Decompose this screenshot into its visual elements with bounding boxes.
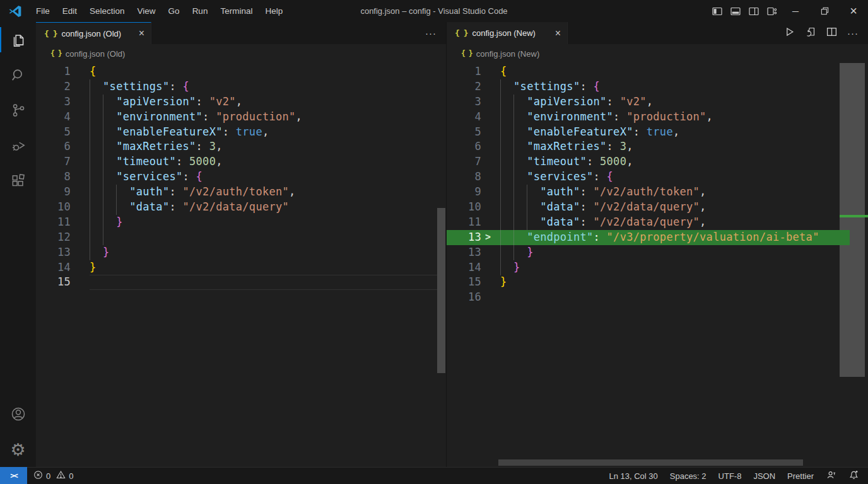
code-line[interactable]: 12 [36, 230, 446, 245]
code-line[interactable]: 11 } [36, 215, 446, 230]
more-actions-icon[interactable]: ··· [847, 28, 859, 38]
breadcrumb-item[interactable]: config.json (Old) [66, 49, 126, 59]
editor-group-right: { } config.json (New) × ··· [446, 22, 868, 467]
warnings-count: 0 [69, 471, 73, 481]
indentation-status[interactable]: Spaces: 2 [670, 471, 707, 481]
breadcrumb-item[interactable]: config.json (New) [476, 49, 539, 59]
code-line[interactable]: 3 "apiVersion": "v2", [36, 95, 446, 110]
notifications-bell-icon[interactable] [848, 470, 859, 482]
accounts-icon[interactable] [0, 396, 36, 432]
tab-config-json-old[interactable]: { } config.json (Old) × [36, 22, 151, 44]
line-number: 10 [447, 200, 481, 215]
status-bar-right: Ln 13, Col 30 Spaces: 2 UTF-8 JSON Prett… [609, 470, 868, 482]
code-line[interactable]: 13 } [36, 245, 446, 260]
code-line[interactable]: 9 "auth": "/v2/auth/token", [447, 185, 868, 200]
vertical-scrollbar[interactable] [840, 63, 865, 377]
code-lines-right: 1{2 "settings": {3 "apiVersion": "v2",4 … [447, 64, 868, 305]
horizontal-scrollbar[interactable] [498, 459, 803, 466]
formatter-status[interactable]: Prettier [787, 471, 814, 481]
code-line[interactable]: 5 "enableFeatureX": true, [447, 125, 868, 140]
code-line[interactable]: 6 "maxRetries": 3, [36, 139, 446, 154]
code-text: "timeout": 5000, [500, 154, 633, 170]
close-tab-icon[interactable]: × [134, 28, 144, 39]
code-line[interactable]: 7 "timeout": 5000, [36, 154, 446, 170]
toggle-primary-sidebar-icon[interactable] [708, 0, 726, 22]
code-line[interactable]: 7 "timeout": 5000, [447, 154, 868, 170]
code-text: "settings": { [90, 79, 189, 95]
menu-bar: File Edit Selection View Go Run Terminal… [30, 0, 289, 22]
remote-indicator[interactable]: >< [0, 467, 27, 484]
code-line[interactable]: 3 "apiVersion": "v2", [447, 95, 868, 110]
editor-left[interactable]: 1{2 "settings": {3 "apiVersion": "v2",4 … [36, 63, 446, 467]
code-text: "timeout": 5000, [90, 154, 223, 170]
settings-gear-icon[interactable]: ⚙ [0, 432, 36, 467]
feedback-icon[interactable] [826, 470, 836, 482]
breadcrumb-left[interactable]: { } config.json (Old) [36, 44, 446, 63]
code-line[interactable]: 2 "settings": { [447, 79, 868, 95]
menu-help[interactable]: Help [259, 0, 289, 22]
split-editor-icon[interactable] [826, 26, 837, 40]
restore-icon[interactable] [810, 0, 839, 22]
menu-selection[interactable]: Selection [83, 0, 131, 22]
code-line[interactable]: 10 "data": "/v2/data/query" [36, 200, 446, 215]
menu-go[interactable]: Go [162, 0, 186, 22]
code-line[interactable]: 15} [447, 275, 868, 290]
code-line[interactable]: 2 "settings": { [36, 79, 446, 95]
code-line[interactable]: 1{ [447, 64, 868, 79]
minimize-icon[interactable]: ─ [781, 0, 810, 22]
code-line[interactable]: 10 "data": "/v2/data/query", [447, 200, 868, 215]
breadcrumb-right[interactable]: { } config.json (New) [447, 44, 868, 63]
code-line[interactable]: 14} [36, 260, 446, 275]
menu-view[interactable]: View [131, 0, 162, 22]
code-line[interactable]: 11 "data": "/v2/data/query", [447, 215, 868, 230]
tab-config-json-new[interactable]: { } config.json (New) × [447, 22, 568, 44]
code-text: "services": { [500, 170, 613, 185]
code-line[interactable]: 8 "services": { [36, 170, 446, 185]
title-bar: File Edit Selection View Go Run Terminal… [0, 0, 868, 22]
code-line[interactable]: 8 "services": { [447, 170, 868, 185]
more-actions-icon[interactable]: ··· [425, 28, 437, 38]
code-line[interactable]: 4 "environment": "production", [36, 110, 446, 125]
code-text: "environment": "production", [90, 110, 302, 125]
cursor-position[interactable]: Ln 13, Col 30 [609, 471, 657, 481]
json-file-icon: { } [44, 29, 57, 38]
code-text: "apiVersion": "v2", [500, 95, 653, 110]
code-line[interactable]: 14 } [447, 260, 868, 275]
code-line[interactable]: 15 [36, 275, 446, 290]
activity-explorer[interactable] [0, 22, 36, 57]
menu-terminal[interactable]: Terminal [214, 0, 259, 22]
activity-run-and-debug[interactable] [0, 128, 36, 163]
line-number: 13 [36, 245, 71, 260]
activity-search[interactable] [0, 57, 36, 93]
diff-added-line[interactable]: 13> "endpoint": "/v3/property/valuation/… [447, 230, 850, 245]
menu-edit[interactable]: Edit [56, 0, 83, 22]
editor-right[interactable]: 1{2 "settings": {3 "apiVersion": "v2",4 … [447, 63, 868, 467]
code-line[interactable]: 5 "enableFeatureX": true, [36, 125, 446, 140]
indent-guide [90, 79, 90, 260]
encoding-status[interactable]: UTF-8 [718, 471, 742, 481]
vertical-scrollbar[interactable] [437, 208, 445, 373]
problems-status[interactable]: 0 0 [33, 470, 73, 481]
activity-extensions[interactable] [0, 163, 36, 199]
close-tab-icon[interactable]: × [550, 28, 561, 39]
close-icon[interactable]: × [839, 0, 868, 22]
run-file-icon[interactable] [784, 26, 795, 40]
code-line[interactable]: 1{ [36, 64, 446, 79]
open-changes-icon[interactable] [805, 26, 816, 40]
code-line[interactable]: 9 "auth": "/v2/auth/token", [36, 185, 446, 200]
code-line[interactable]: 13 } [447, 245, 868, 260]
menu-run[interactable]: Run [186, 0, 214, 22]
activity-source-control[interactable] [0, 93, 36, 128]
line-number: 3 [36, 95, 71, 110]
customize-layout-icon[interactable] [763, 0, 781, 22]
menu-file[interactable]: File [30, 0, 56, 22]
toggle-secondary-sidebar-icon[interactable] [744, 0, 763, 22]
code-text: "enableFeatureX": true, [500, 125, 679, 140]
language-mode[interactable]: JSON [753, 471, 775, 481]
code-line[interactable]: 6 "maxRetries": 3, [447, 139, 868, 154]
code-line[interactable]: 16 [447, 290, 868, 305]
tab-bar-left: { } config.json (Old) × ··· [36, 22, 446, 44]
line-number: 15 [36, 275, 71, 290]
toggle-panel-icon[interactable] [726, 0, 744, 22]
code-line[interactable]: 4 "environment": "production", [447, 110, 868, 125]
